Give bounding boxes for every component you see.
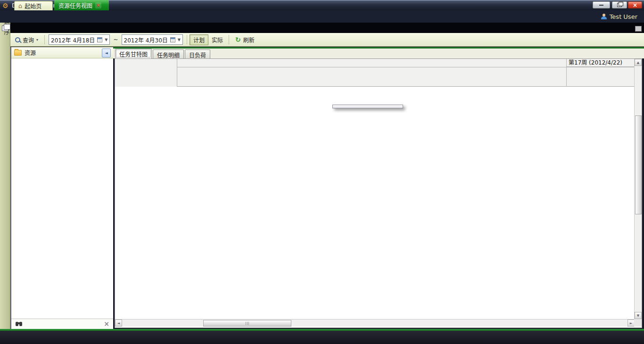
- tab-resource-task-view[interactable]: 资源任务视图 ✕: [54, 0, 109, 10]
- minimize-icon: [599, 5, 603, 6]
- restore-icon: [617, 3, 622, 7]
- date-to-field[interactable]: 2012年 4月30日 ▼: [122, 34, 183, 45]
- scroll-right-icon[interactable]: ►: [627, 319, 635, 327]
- date-from-caret-icon[interactable]: ▼: [105, 38, 107, 42]
- query-button[interactable]: 查询 ▾: [10, 36, 42, 44]
- user-name: Test User: [610, 13, 637, 20]
- date-from-field[interactable]: 2012年 4月18日 ▼: [49, 34, 110, 45]
- date-to-caret-icon[interactable]: ▼: [178, 38, 181, 42]
- app-gear-icon: ⚙: [2, 2, 9, 9]
- date-to-value: 2012年 4月30日: [124, 36, 168, 44]
- resource-panel-title: 资源: [25, 49, 36, 57]
- resource-panel: 资源 ◄ ×: [10, 47, 113, 329]
- minimize-button[interactable]: [593, 1, 610, 8]
- calendar-icon: [170, 37, 175, 42]
- gantt-chart: 第17周 (2012/4/22) ◄ ► ▲ ▼: [115, 58, 642, 328]
- date-range-separator: ~: [111, 36, 120, 43]
- restore-button[interactable]: [612, 1, 627, 8]
- toolbar-separator: [187, 35, 187, 44]
- tab-home[interactable]: ⌂ 起始页: [14, 1, 53, 10]
- resource-panel-footer: ×: [11, 319, 113, 329]
- panel-collapse-button[interactable]: ◄: [102, 49, 111, 57]
- toolbar: 查询 ▾ 2012年 4月18日 ▼ ~ 2012年 4月30日 ▼ 计划 实际…: [10, 33, 644, 47]
- close-button[interactable]: ×: [628, 1, 642, 8]
- query-label: 查询: [23, 36, 34, 44]
- vertical-scroll-thumb[interactable]: [635, 115, 642, 214]
- scroll-down-icon[interactable]: ▼: [635, 312, 642, 319]
- program-panel-icon[interactable]: [2, 25, 8, 31]
- tab-home-label: 起始页: [25, 2, 41, 10]
- date-from-value: 2012年 4月18日: [51, 36, 95, 44]
- toolbar-separator: [229, 35, 229, 44]
- vertical-scrollbar[interactable]: ▲ ▼: [634, 59, 642, 319]
- find-icon[interactable]: [16, 322, 18, 326]
- refresh-label: 刷新: [243, 36, 255, 44]
- search-icon: [15, 37, 20, 42]
- user-box[interactable]: Test User: [601, 10, 637, 23]
- refresh-icon: ↻: [235, 37, 241, 43]
- query-caret-icon: ▾: [36, 38, 38, 42]
- week-header-body: [566, 67, 635, 87]
- folder-icon: [14, 50, 22, 56]
- tab-task-gantt[interactable]: 任务甘特图: [115, 49, 152, 58]
- panel-close-icon[interactable]: ×: [104, 320, 109, 328]
- scrollbar-corner: [634, 319, 642, 327]
- document-tab-strip: [0, 23, 644, 33]
- resource-tree: [11, 58, 113, 319]
- status-bar: [0, 331, 644, 344]
- home-icon: ⌂: [18, 3, 22, 9]
- gantt-header-label-cell: [115, 59, 177, 87]
- resource-panel-header: 资源: [11, 47, 113, 58]
- actual-toggle-button[interactable]: 实际: [208, 35, 226, 45]
- week-header: 第17周 (2012/4/22): [566, 59, 635, 67]
- refresh-button[interactable]: ↻ 刷新: [231, 36, 258, 44]
- toolbar-separator: [44, 35, 45, 44]
- gantt-rows: [115, 87, 642, 319]
- plan-toggle-button[interactable]: 计划: [190, 34, 208, 45]
- gantt-header: 第17周 (2012/4/22): [115, 59, 642, 87]
- tab-task-detail[interactable]: 任务明细: [153, 49, 184, 58]
- scroll-left-icon[interactable]: ◄: [115, 319, 122, 327]
- side-strip: 程序: [0, 23, 10, 329]
- tab-close-icon[interactable]: ✕: [95, 2, 101, 8]
- scroll-up-icon[interactable]: ▲: [635, 59, 642, 66]
- calendar-icon: [97, 37, 102, 42]
- horizontal-scroll-thumb[interactable]: [203, 320, 291, 327]
- tab-active-label: 资源任务视图: [58, 1, 92, 9]
- menu-bar: Test User: [0, 10, 644, 23]
- window-list-icon[interactable]: [635, 26, 642, 32]
- user-icon: [601, 14, 607, 19]
- view-tabs: 任务甘特图 任务明细 日负荷: [113, 49, 644, 58]
- tab-daily-load[interactable]: 日负荷: [185, 49, 210, 58]
- task-tooltip: [332, 105, 403, 108]
- horizontal-scrollbar[interactable]: ◄ ►: [115, 319, 635, 327]
